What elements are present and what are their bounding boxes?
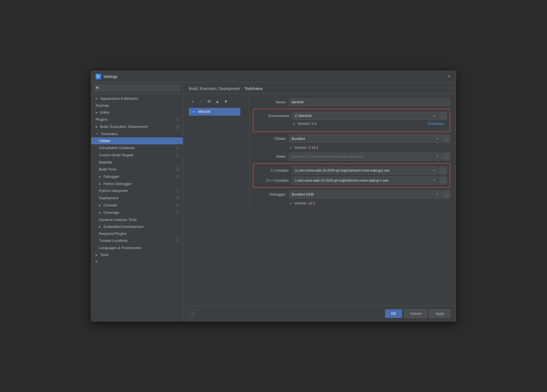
py-debugger-badge: ☰ <box>176 189 180 193</box>
sidebar-item-label: Editor <box>100 110 110 115</box>
debugger-browse-button[interactable]: … <box>442 191 450 198</box>
sidebar-item-label: Toolchains <box>101 132 118 136</box>
move-down-toolchain-button[interactable]: ▼ <box>222 98 229 104</box>
sidebar-item-appearance[interactable]: ▶ Appearance & Behavior <box>91 95 183 102</box>
sidebar-item-tools[interactable]: ▶ <box>91 258 183 264</box>
sidebar-item-required-plugins[interactable]: Trusted Locations ☰ <box>91 237 183 244</box>
make-input-wrap: Detected: C:\MinGW\bin\mingw32-make.exe … <box>289 153 450 160</box>
debugger-input-wrap: Bundled GDB ▼ … <box>289 191 450 198</box>
dialog-body: 🔍 ▶ Appearance & Behavior Keymap ▶ Edito… <box>91 82 456 321</box>
sidebar-item-build-tools[interactable]: ▶ Debugger ☰ <box>91 173 183 180</box>
sidebar-item-label: Dynamic Analysis Tools <box>99 218 137 222</box>
nav-tree: ▶ Appearance & Behavior Keymap ▶ Editor … <box>91 94 183 321</box>
cpp-compiler-value: c-arm-none-eabi-10-2020-q4-major\bin\arm… <box>295 179 389 182</box>
environment-dropdown-arrow: ▼ <box>433 114 435 117</box>
sidebar-item-toolchains[interactable]: CMake <box>91 137 183 144</box>
sidebar-item-python-debugger[interactable]: Python Interpreter ☰ <box>91 187 183 194</box>
ok-button[interactable]: OK <box>385 309 402 318</box>
close-button[interactable]: ✕ <box>446 74 451 79</box>
cmake-input-wrap: Bundled ▼ … <box>289 135 450 143</box>
chevron-right-icon: ▶ <box>96 260 98 263</box>
makefile-badge: ☰ <box>176 167 180 172</box>
sidebar-item-label: Tools <box>100 253 108 257</box>
debugger-label: Debugger: <box>253 192 286 196</box>
title-bar: C Settings ✕ <box>91 71 456 82</box>
sidebar-item-embedded-dev[interactable]: Required Plugins <box>91 230 183 237</box>
breadcrumb-parent: Build, Execution, Deployment <box>189 86 240 91</box>
move-up-toolchain-button[interactable]: ▲ <box>214 98 221 104</box>
cmake-row: CMake: Bundled ▼ … <box>253 135 450 143</box>
sidebar-item-label: Keymap <box>96 103 109 108</box>
sidebar-item-compilation-db[interactable]: Custom Build Targets ☰ <box>91 152 183 159</box>
sidebar-item-coverage[interactable]: Dynamic Analysis Tools <box>91 216 183 223</box>
breadcrumb-separator: › <box>241 86 243 91</box>
search-input[interactable] <box>94 85 180 91</box>
right-panel: Name: Environment: C:\MinG <box>253 98 450 208</box>
chevron-right-icon: ▶ <box>99 175 101 178</box>
vc-badge: ☰ <box>176 125 180 129</box>
content-header: Build, Execution, Deployment › Toolchain… <box>183 82 456 94</box>
build-tools-badge: ☰ <box>176 174 180 179</box>
make-dropdown-arrow: ▼ <box>436 155 439 158</box>
sidebar-item-label: Compilation Database <box>99 146 135 150</box>
cmake-select[interactable]: Bundled ▼ <box>289 135 441 143</box>
sidebar-item-languages-frameworks[interactable]: ▶ Tools <box>91 251 183 258</box>
make-browse-button[interactable]: … <box>442 153 450 160</box>
cancel-button[interactable]: Cancel <box>404 309 427 318</box>
help-button[interactable]: ? <box>189 310 196 317</box>
sidebar-item-dynamic-analysis[interactable]: ▶ Embedded Development <box>91 223 183 230</box>
sidebar-item-custom-build-targets[interactable]: Makefile <box>91 159 183 166</box>
environment-select[interactable]: C:\MinGW ▼ <box>292 112 438 120</box>
c-compiler-select[interactable]: cc-arm-none-eabi-10-2020-q4-major\bin\ar… <box>292 167 438 174</box>
app-icon: C <box>96 74 101 79</box>
cmake-browse-button[interactable]: … <box>442 135 450 143</box>
deployment-badge: ☰ <box>176 203 180 208</box>
sidebar-item-label: Makefile <box>99 160 112 164</box>
sidebar-item-trusted-locations[interactable]: Languages & Frameworks <box>91 244 183 251</box>
cpp-compiler-select[interactable]: c-arm-none-eabi-10-2020-q4-major\bin\arm… <box>292 177 438 184</box>
copy-toolchain-button[interactable]: ⧉ <box>205 98 213 104</box>
toolchain-item-mingw[interactable]: ≋ MinGW <box>189 108 240 116</box>
sidebar-item-label: Plugins <box>96 117 108 121</box>
download-link[interactable]: Download... <box>428 121 447 126</box>
c-compiler-row: C Compiler: cc-arm-none-eabi-10-2020-q4-… <box>256 167 447 174</box>
sidebar-item-keymap[interactable]: Keymap <box>91 102 183 109</box>
environment-version-row: ✔ Version: 5.4 Download... <box>256 121 447 126</box>
remove-toolchain-button[interactable]: − <box>197 98 204 104</box>
environment-input-wrap: C:\MinGW ▼ … <box>292 112 447 120</box>
sidebar-item-deployment[interactable]: ▶ Console ☰ <box>91 202 183 209</box>
sidebar-item-debugger[interactable]: ▶ Python Debugger <box>91 180 183 187</box>
console-badge: ☰ <box>176 210 180 215</box>
sidebar-item-version-control[interactable]: ▶ Build, Execution, Deployment ☰ <box>91 123 183 130</box>
debugger-select[interactable]: Bundled GDB ▼ <box>289 191 441 198</box>
sidebar-item-python-interpreter[interactable]: Deployment ☰ <box>91 194 183 202</box>
add-toolchain-button[interactable]: + <box>189 98 196 104</box>
chevron-right-icon: ▶ <box>99 211 101 214</box>
make-select[interactable]: Detected: C:\MinGW\bin\mingw32-make.exe … <box>289 153 441 160</box>
dialog-title: Settings <box>103 74 118 79</box>
chevron-down-icon: ▼ <box>96 132 98 135</box>
left-panel: + − ⧉ ▲ ▼ ≋ MinGW <box>189 98 246 208</box>
sidebar-item-label: Languages & Frameworks <box>99 246 141 250</box>
c-compiler-browse-button[interactable]: … <box>439 167 447 174</box>
search-wrap: 🔍 <box>94 85 180 91</box>
sidebar-item-makefile[interactable]: Build Tools ☰ <box>91 166 183 173</box>
sidebar-item-plugins[interactable]: Plugins ☰ <box>91 116 183 123</box>
settings-dialog: C Settings ✕ 🔍 ▶ Appearance & Behavior K… <box>91 71 456 322</box>
environment-browse-button[interactable]: … <box>439 112 447 120</box>
sidebar-item-build-exec-deploy[interactable]: ▼ Toolchains <box>91 130 183 137</box>
name-label: Name: <box>253 100 286 104</box>
environment-section: Environment: C:\MinGW ▼ … <box>253 109 450 132</box>
bottom-bar: ? OK Cancel Apply <box>183 306 456 321</box>
cmake-version-label: Version: 3.19.2 <box>294 145 318 150</box>
environment-value: C:\MinGW <box>295 114 312 118</box>
sidebar-item-editor[interactable]: ▶ Editor <box>91 109 183 116</box>
compiler-section: C Compiler: cc-arm-none-eabi-10-2020-q4-… <box>253 163 450 188</box>
cmake-value: Bundled <box>292 137 305 141</box>
cpp-compiler-browse-button[interactable]: … <box>439 177 447 184</box>
toolchain-icon-label: ≋ <box>193 110 195 113</box>
name-input[interactable] <box>289 98 450 106</box>
sidebar-item-console[interactable]: ▶ Coverage ☰ <box>91 209 183 216</box>
apply-button[interactable]: Apply <box>429 309 450 318</box>
sidebar-item-cmake[interactable]: Compilation Database ☰ <box>91 144 183 152</box>
